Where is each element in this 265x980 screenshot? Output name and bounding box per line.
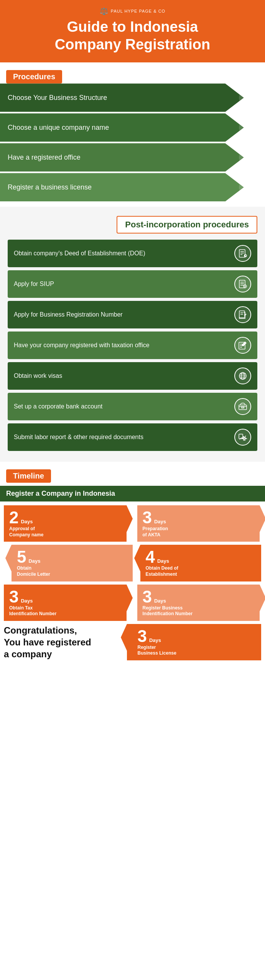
svg-point-14 xyxy=(249,128,253,132)
timeline-row-1: 2 Days Approval of Company name 3 Days P… xyxy=(0,501,265,542)
header-section: ⚖️ PAUL HYPE PAGE & CO Guide to Indonesi… xyxy=(0,0,265,62)
step1-days: Days xyxy=(21,519,33,524)
timeline-step-4: 4 Days Obtain Deed of Establishment xyxy=(140,545,262,581)
post-text-3: Apply for Business Registration Number xyxy=(14,311,123,318)
step3-days: Days xyxy=(28,558,40,564)
step4-desc: Obtain Deed of Establishment xyxy=(146,565,258,577)
post-text-4: Have your company registered with taxati… xyxy=(14,342,150,349)
timeline-step-3: 5 Days Obtain Domicile Letter xyxy=(12,545,133,581)
procedures-list: Choose Your Business Structure Choos xyxy=(0,83,265,201)
svg-text:A: A xyxy=(250,129,252,132)
final-num: 3 xyxy=(138,628,147,645)
svg-rect-4 xyxy=(247,98,249,100)
step1-num: 2 xyxy=(9,509,18,526)
step2-desc: Preparation of AKTA xyxy=(143,526,256,538)
procedures-section: Procedures Choose Your Business Structur… xyxy=(0,62,265,207)
timeline-step-6: 3 Days Register Business Indentification… xyxy=(137,585,260,621)
step5-num: 3 xyxy=(9,588,18,605)
post-item-6: Set up a corporate bank account xyxy=(8,393,257,420)
step6-days: Days xyxy=(154,598,166,604)
step5-desc: Obtain Tax Identification Number xyxy=(9,605,123,617)
post-icon-1 xyxy=(234,245,251,262)
timeline-section: Timeline Register a Company in Indonesia… xyxy=(0,462,265,672)
step2-days: Days xyxy=(154,519,166,524)
logo-icon: ⚖️ xyxy=(100,7,109,15)
post-text-6: Set up a corporate bank account xyxy=(14,403,102,410)
post-icon-7 xyxy=(234,429,251,446)
procedure-icon-3 xyxy=(239,148,257,167)
timeline-step-5: 3 Days Obtain Tax Identification Number xyxy=(4,585,127,621)
svg-rect-1 xyxy=(245,95,248,96)
svg-rect-51 xyxy=(242,407,244,408)
procedure-icon-4 xyxy=(239,178,257,196)
page-title: Guide to Indonesia Company Registration xyxy=(8,18,257,53)
post-item-4: Have your company registered with taxati… xyxy=(8,332,257,359)
post-item-2: Apply for SIUP xyxy=(8,270,257,298)
procedure-text-3: Have a registered office xyxy=(8,154,81,162)
procedure-item-2: Choose a unique company name A xyxy=(0,113,265,142)
post-text-1: Obtain company's Deed of Establishment (… xyxy=(14,250,145,257)
post-icon-2 xyxy=(234,276,251,292)
step6-num: 3 xyxy=(143,588,152,605)
logo-area: ⚖️ PAUL HYPE PAGE & CO xyxy=(8,7,257,15)
post-icon-6 xyxy=(234,398,251,415)
procedure-icon-2: A xyxy=(239,118,257,137)
timeline-subtitle: Register a Company in Indonesia xyxy=(0,486,265,501)
congrats-text: Congratulations, You have registered a c… xyxy=(4,624,124,660)
timeline-final-step: 3 Days Register Business License xyxy=(127,624,262,660)
post-text-7: Submit labor report & other required doc… xyxy=(14,434,143,441)
post-item-3: Apply for Business Registration Number xyxy=(8,301,257,328)
step1-desc: Approval of Company name xyxy=(9,526,123,538)
timeline-label: Timeline xyxy=(6,469,51,483)
procedure-text-2: Choose a unique company name xyxy=(8,124,109,132)
procedure-item-4: Register a business license xyxy=(0,173,265,201)
svg-rect-16 xyxy=(244,153,252,162)
post-incorporation-section: Post-incorporation procedures Obtain com… xyxy=(0,207,265,462)
post-title-wrap: Post-incorporation procedures xyxy=(8,216,257,234)
congrats-heading: Congratulations, You have registered a c… xyxy=(4,624,124,660)
svg-rect-3 xyxy=(244,98,246,100)
step5-days: Days xyxy=(21,598,33,604)
step3-desc: Obtain Domicile Letter xyxy=(17,565,129,577)
post-item-1: Obtain company's Deed of Establishment (… xyxy=(8,240,257,267)
svg-rect-0 xyxy=(247,93,249,94)
post-title: Post-incorporation procedures xyxy=(117,216,257,234)
final-days: Days xyxy=(149,637,161,643)
svg-line-8 xyxy=(250,96,251,98)
post-icon-4 xyxy=(234,337,251,354)
timeline-step-2: 3 Days Preparation of AKTA xyxy=(137,505,260,542)
step6-desc: Register Business Indentification Number xyxy=(143,605,256,617)
procedure-icon-1 xyxy=(239,88,257,107)
post-text-2: Apply for SIUP xyxy=(14,281,54,287)
post-text-5: Obtain work visas xyxy=(14,372,62,379)
svg-rect-20 xyxy=(244,184,252,191)
step4-days: Days xyxy=(157,558,169,564)
post-icon-3 xyxy=(234,306,251,323)
procedure-item-3: Have a registered office xyxy=(0,143,265,172)
logo-text: PAUL HYPE PAGE & CO xyxy=(111,9,165,13)
step3-num: 5 xyxy=(17,549,26,565)
timeline-row-3: 3 Days Obtain Tax Identification Number … xyxy=(0,581,265,621)
svg-rect-17 xyxy=(246,155,250,158)
post-item-5: Obtain work visas xyxy=(8,362,257,390)
step4-num: 4 xyxy=(146,549,155,565)
procedures-label: Procedures xyxy=(6,70,62,83)
procedure-text-1: Choose Your Business Structure xyxy=(8,94,107,102)
svg-line-7 xyxy=(245,96,247,98)
timeline-step-1: 2 Days Approval of Company name xyxy=(4,505,127,542)
procedure-text-4: Register a business license xyxy=(8,183,92,191)
svg-rect-31 xyxy=(239,280,245,288)
step2-num: 3 xyxy=(143,509,152,526)
final-desc: Register Business License xyxy=(138,645,258,657)
post-icon-5 xyxy=(234,368,251,384)
congrats-section: Congratulations, You have registered a c… xyxy=(0,621,265,668)
svg-rect-2 xyxy=(249,95,251,96)
svg-rect-5 xyxy=(250,98,252,100)
svg-rect-10 xyxy=(244,123,252,132)
procedure-item-1: Choose Your Business Structure xyxy=(0,83,265,112)
post-item-7: Submit labor report & other required doc… xyxy=(8,423,257,451)
timeline-row-2: 5 Days Obtain Domicile Letter 4 Days Obt… xyxy=(0,542,265,581)
